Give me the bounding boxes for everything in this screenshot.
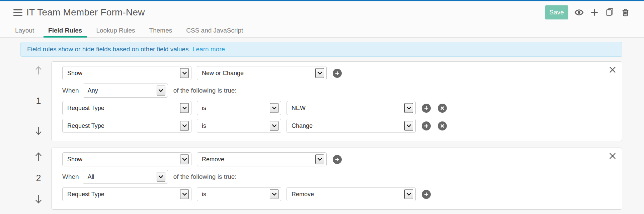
rule-action-row: Show Remove [62,152,622,166]
when-suffix: of the following is true: [173,173,237,180]
when-match-select[interactable]: All [83,170,168,184]
tab-lookup-rules[interactable]: Lookup Rules [91,23,140,37]
banner-text: Field rules show or hide fields based on… [27,46,190,53]
add-action-button[interactable] [333,155,342,164]
condition-value-value: Change [292,122,313,129]
condition-row: Request Type is Remove [62,187,622,201]
delete-rule-button[interactable] [609,152,616,160]
plus-icon [335,157,339,162]
condition-value-value: Remove [292,191,314,198]
condition-row: Request Type is Change [62,119,622,133]
when-match-value: Any [88,87,98,94]
duplicate-button[interactable] [605,8,615,17]
move-rule-up-button[interactable] [34,65,43,76]
rule-1: 1 Show [20,61,622,141]
move-rule-down-button[interactable] [34,194,43,205]
rule-action-value: Show [67,156,82,163]
menu-button[interactable] [13,9,22,16]
condition-row: Request Type is NEW [62,101,622,115]
rule-action-select[interactable]: Show [62,66,191,80]
header: IT Team Member Form-New Save [0,1,644,23]
preview-button[interactable] [574,8,584,17]
chevron-down-icon [180,155,189,164]
rule-2: 2 Show [20,148,622,210]
chevron-down-icon [404,121,413,131]
chevron-down-icon [270,190,278,199]
add-button[interactable] [590,8,599,17]
rule-card: Show Remove [51,148,622,210]
rule-number: 2 [36,173,41,183]
chevron-down-icon [404,190,413,199]
move-rule-up-button[interactable] [34,152,43,162]
condition-field-value: Request Type [67,105,104,112]
plus-icon [424,192,428,197]
arrow-down-icon [34,194,43,204]
learn-more-link[interactable]: Learn more [192,46,225,53]
condition-value-value: NEW [292,105,306,112]
tab-layout[interactable]: Layout [10,23,39,37]
rule-target-select[interactable]: New or Change [197,66,327,80]
when-label: When [62,87,79,94]
chevron-down-icon [180,121,189,131]
remove-condition-button[interactable] [438,121,447,130]
when-match-select[interactable]: Any [83,84,168,98]
arrow-down-icon [34,126,43,136]
condition-operator-select[interactable]: is [197,101,281,115]
field-rules-panel: Field rules show or hide fields based on… [0,38,644,210]
plus-icon [335,71,339,75]
condition-value-select[interactable]: NEW [287,101,416,115]
chevron-down-icon [180,103,189,113]
header-actions: Save [545,5,630,19]
eye-icon [574,8,584,17]
condition-field-select[interactable]: Request Type [62,187,191,201]
plus-icon [424,124,428,128]
rule-action-value: Show [67,70,82,77]
chevron-down-icon [315,155,324,164]
chevron-down-icon [404,103,413,113]
condition-operator-value: is [202,105,206,112]
delete-button[interactable] [621,8,630,17]
when-match-value: All [88,173,94,180]
condition-value-select[interactable]: Change [287,119,416,133]
rule-target-value: New or Change [202,70,244,77]
tab-css-and-javascript[interactable]: CSS and JavaScript [181,23,248,37]
condition-operator-value: is [202,122,206,129]
tab-field-rules[interactable]: Field Rules [44,23,87,37]
add-condition-button[interactable] [422,104,431,113]
move-rule-down-button[interactable] [34,126,43,137]
hamburger-icon [13,9,22,10]
close-icon [609,152,616,160]
condition-field-value: Request Type [67,191,104,198]
close-icon [609,66,616,73]
rule-card: Show New or Change [51,61,622,141]
condition-field-select[interactable]: Request Type [62,119,191,133]
page-title: IT Team Member Form-New [26,7,145,18]
remove-condition-button[interactable] [438,104,447,113]
condition-operator-select[interactable]: is [197,119,281,133]
save-button[interactable]: Save [545,5,568,19]
copy-icon [605,8,615,17]
when-label: When [62,173,79,180]
tab-themes[interactable]: Themes [145,23,177,37]
rule-when-row: When Any of the following is true: [62,84,622,98]
plus-icon [590,8,599,17]
chevron-down-icon [157,86,165,96]
chevron-down-icon [180,190,189,199]
rule-target-select[interactable]: Remove [197,152,327,166]
rule-action-select[interactable]: Show [62,152,191,166]
add-action-button[interactable] [333,69,342,78]
condition-value-select[interactable]: Remove [287,187,416,201]
when-suffix: of the following is true: [173,87,237,94]
condition-operator-select[interactable]: is [197,187,281,201]
add-condition-button[interactable] [422,121,431,130]
chevron-down-icon [315,68,324,78]
rule-action-row: Show New or Change [62,66,622,80]
condition-field-select[interactable]: Request Type [62,101,191,115]
rule-1-reorder-controls: 1 [20,61,51,141]
arrow-up-icon [34,152,43,162]
rule-number: 1 [36,96,41,106]
condition-operator-value: is [202,191,206,198]
tab-bar: Layout Field Rules Lookup Rules Themes C… [0,23,644,38]
add-condition-button[interactable] [422,190,431,199]
delete-rule-button[interactable] [609,66,616,73]
